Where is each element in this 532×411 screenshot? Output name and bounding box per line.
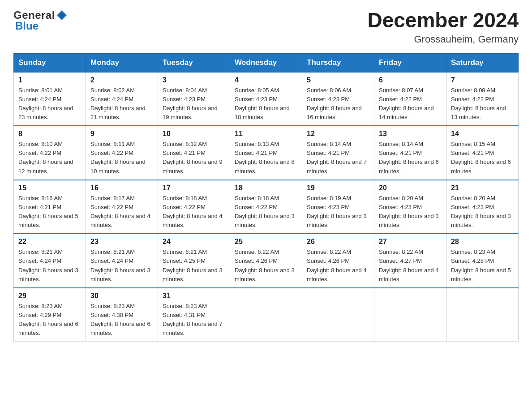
weekday-header-thursday: Thursday bbox=[302, 53, 374, 72]
day-info: Sunrise: 8:19 AMSunset: 4:23 PMDaylight:… bbox=[307, 195, 367, 228]
day-info: Sunrise: 8:23 AMSunset: 4:30 PMDaylight:… bbox=[90, 303, 150, 336]
day-number: 23 bbox=[90, 238, 153, 246]
calendar-cell: 18 Sunrise: 8:18 AMSunset: 4:22 PMDaylig… bbox=[230, 180, 302, 234]
day-number: 8 bbox=[18, 130, 81, 138]
weekday-header-friday: Friday bbox=[374, 53, 446, 72]
calendar-cell: 14 Sunrise: 8:15 AMSunset: 4:21 PMDaylig… bbox=[446, 126, 519, 180]
day-info: Sunrise: 8:07 AMSunset: 4:22 PMDaylight:… bbox=[379, 87, 434, 120]
calendar-body: 1 Sunrise: 8:01 AMSunset: 4:24 PMDayligh… bbox=[14, 72, 519, 342]
day-info: Sunrise: 8:20 AMSunset: 4:23 PMDaylight:… bbox=[379, 195, 439, 228]
calendar-cell bbox=[302, 288, 374, 342]
day-info: Sunrise: 8:23 AMSunset: 4:31 PMDaylight:… bbox=[163, 303, 223, 336]
calendar-subtitle: Grossauheim, Germany bbox=[367, 34, 519, 45]
day-number: 9 bbox=[90, 130, 153, 138]
calendar-cell: 12 Sunrise: 8:14 AMSunset: 4:21 PMDaylig… bbox=[302, 126, 374, 180]
day-number: 14 bbox=[451, 130, 514, 138]
day-info: Sunrise: 8:12 AMSunset: 4:21 PMDaylight:… bbox=[163, 141, 223, 174]
calendar-cell: 1 Sunrise: 8:01 AMSunset: 4:24 PMDayligh… bbox=[14, 72, 86, 126]
day-number: 4 bbox=[235, 76, 297, 84]
day-info: Sunrise: 8:10 AMSunset: 4:22 PMDaylight:… bbox=[18, 141, 73, 174]
weekday-header-saturday: Saturday bbox=[446, 53, 519, 72]
calendar-cell: 26 Sunrise: 8:22 AMSunset: 4:26 PMDaylig… bbox=[302, 234, 374, 288]
day-info: Sunrise: 8:16 AMSunset: 4:21 PMDaylight:… bbox=[18, 195, 78, 228]
calendar-cell: 3 Sunrise: 8:04 AMSunset: 4:23 PMDayligh… bbox=[158, 72, 230, 126]
day-number: 25 bbox=[235, 238, 297, 246]
calendar-cell bbox=[446, 288, 519, 342]
calendar-cell bbox=[230, 288, 302, 342]
calendar-cell: 20 Sunrise: 8:20 AMSunset: 4:23 PMDaylig… bbox=[374, 180, 446, 234]
day-info: Sunrise: 8:15 AMSunset: 4:21 PMDaylight:… bbox=[451, 141, 511, 174]
calendar-cell: 17 Sunrise: 8:18 AMSunset: 4:22 PMDaylig… bbox=[158, 180, 230, 234]
calendar-cell: 23 Sunrise: 8:21 AMSunset: 4:24 PMDaylig… bbox=[86, 234, 158, 288]
calendar-cell: 30 Sunrise: 8:23 AMSunset: 4:30 PMDaylig… bbox=[86, 288, 158, 342]
day-number: 22 bbox=[18, 238, 81, 246]
day-number: 17 bbox=[163, 184, 225, 192]
day-info: Sunrise: 8:01 AMSunset: 4:24 PMDaylight:… bbox=[18, 87, 73, 120]
logo-flag-icon bbox=[56, 9, 68, 21]
day-number: 7 bbox=[451, 76, 514, 84]
day-number: 13 bbox=[379, 130, 442, 138]
title-section: December 2024 Grossauheim, Germany bbox=[367, 9, 519, 45]
day-number: 2 bbox=[90, 76, 153, 84]
calendar-cell: 8 Sunrise: 8:10 AMSunset: 4:22 PMDayligh… bbox=[14, 126, 86, 180]
day-info: Sunrise: 8:23 AMSunset: 4:29 PMDaylight:… bbox=[18, 303, 78, 336]
day-number: 29 bbox=[18, 292, 81, 300]
day-info: Sunrise: 8:14 AMSunset: 4:21 PMDaylight:… bbox=[307, 141, 367, 174]
day-info: Sunrise: 8:06 AMSunset: 4:23 PMDaylight:… bbox=[307, 87, 362, 120]
day-info: Sunrise: 8:22 AMSunset: 4:26 PMDaylight:… bbox=[235, 248, 295, 282]
calendar-cell: 27 Sunrise: 8:22 AMSunset: 4:27 PMDaylig… bbox=[374, 234, 446, 288]
day-number: 12 bbox=[307, 130, 369, 138]
weekday-header-monday: Monday bbox=[86, 53, 158, 72]
calendar-table: SundayMondayTuesdayWednesdayThursdayFrid… bbox=[13, 53, 519, 342]
day-number: 1 bbox=[18, 76, 81, 84]
calendar-cell: 31 Sunrise: 8:23 AMSunset: 4:31 PMDaylig… bbox=[158, 288, 230, 342]
calendar-cell: 25 Sunrise: 8:22 AMSunset: 4:26 PMDaylig… bbox=[230, 234, 302, 288]
day-number: 11 bbox=[235, 130, 297, 138]
logo: General Blue bbox=[13, 9, 68, 32]
day-info: Sunrise: 8:04 AMSunset: 4:23 PMDaylight:… bbox=[163, 87, 218, 120]
day-number: 19 bbox=[307, 184, 369, 192]
calendar-cell: 4 Sunrise: 8:05 AMSunset: 4:23 PMDayligh… bbox=[230, 72, 302, 126]
day-number: 5 bbox=[307, 76, 369, 84]
calendar-cell: 2 Sunrise: 8:02 AMSunset: 4:24 PMDayligh… bbox=[86, 72, 158, 126]
calendar-week-row: 29 Sunrise: 8:23 AMSunset: 4:29 PMDaylig… bbox=[14, 288, 519, 342]
day-number: 21 bbox=[451, 184, 514, 192]
calendar-cell: 15 Sunrise: 8:16 AMSunset: 4:21 PMDaylig… bbox=[14, 180, 86, 234]
calendar-week-row: 22 Sunrise: 8:21 AMSunset: 4:24 PMDaylig… bbox=[14, 234, 519, 288]
weekday-header-wednesday: Wednesday bbox=[230, 53, 302, 72]
day-number: 15 bbox=[18, 184, 81, 192]
weekday-header-sunday: Sunday bbox=[14, 53, 86, 72]
day-number: 20 bbox=[379, 184, 442, 192]
day-number: 10 bbox=[163, 130, 225, 138]
day-info: Sunrise: 8:11 AMSunset: 4:22 PMDaylight:… bbox=[90, 141, 146, 174]
day-info: Sunrise: 8:13 AMSunset: 4:21 PMDaylight:… bbox=[235, 141, 295, 174]
calendar-week-row: 8 Sunrise: 8:10 AMSunset: 4:22 PMDayligh… bbox=[14, 126, 519, 180]
day-number: 18 bbox=[235, 184, 297, 192]
calendar-cell: 5 Sunrise: 8:06 AMSunset: 4:23 PMDayligh… bbox=[302, 72, 374, 126]
calendar-cell: 10 Sunrise: 8:12 AMSunset: 4:21 PMDaylig… bbox=[158, 126, 230, 180]
calendar-cell: 16 Sunrise: 8:17 AMSunset: 4:22 PMDaylig… bbox=[86, 180, 158, 234]
day-number: 16 bbox=[90, 184, 153, 192]
calendar-cell: 22 Sunrise: 8:21 AMSunset: 4:24 PMDaylig… bbox=[14, 234, 86, 288]
day-info: Sunrise: 8:08 AMSunset: 4:22 PMDaylight:… bbox=[451, 87, 506, 120]
day-info: Sunrise: 8:02 AMSunset: 4:24 PMDaylight:… bbox=[90, 87, 146, 120]
calendar-cell: 9 Sunrise: 8:11 AMSunset: 4:22 PMDayligh… bbox=[86, 126, 158, 180]
day-info: Sunrise: 8:18 AMSunset: 4:22 PMDaylight:… bbox=[235, 195, 295, 228]
calendar-cell bbox=[374, 288, 446, 342]
day-info: Sunrise: 8:21 AMSunset: 4:25 PMDaylight:… bbox=[163, 248, 223, 282]
day-number: 27 bbox=[379, 238, 442, 246]
page-header: General Blue December 2024 Grossauheim, … bbox=[13, 9, 519, 45]
calendar-cell: 21 Sunrise: 8:20 AMSunset: 4:23 PMDaylig… bbox=[446, 180, 519, 234]
calendar-header: SundayMondayTuesdayWednesdayThursdayFrid… bbox=[14, 53, 519, 72]
weekday-header-tuesday: Tuesday bbox=[158, 53, 230, 72]
day-number: 30 bbox=[90, 292, 153, 300]
day-number: 26 bbox=[307, 238, 369, 246]
calendar-cell: 24 Sunrise: 8:21 AMSunset: 4:25 PMDaylig… bbox=[158, 234, 230, 288]
day-info: Sunrise: 8:22 AMSunset: 4:26 PMDaylight:… bbox=[307, 248, 367, 282]
calendar-cell: 11 Sunrise: 8:13 AMSunset: 4:21 PMDaylig… bbox=[230, 126, 302, 180]
day-number: 28 bbox=[451, 238, 514, 246]
logo-blue-text: Blue bbox=[15, 20, 39, 32]
calendar-cell: 19 Sunrise: 8:19 AMSunset: 4:23 PMDaylig… bbox=[302, 180, 374, 234]
day-info: Sunrise: 8:20 AMSunset: 4:23 PMDaylight:… bbox=[451, 195, 511, 228]
day-info: Sunrise: 8:21 AMSunset: 4:24 PMDaylight:… bbox=[90, 248, 150, 282]
